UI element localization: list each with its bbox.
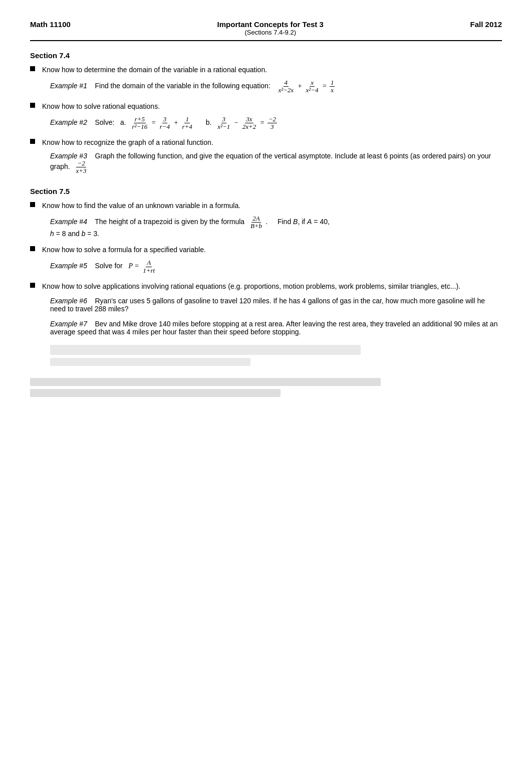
section-7-4-title: Section 7.4 xyxy=(30,51,502,60)
example-4: Example #4 The height of a trapezoid is … xyxy=(50,215,502,238)
bullet-icon xyxy=(30,139,35,144)
example-label: Example #4 xyxy=(50,218,87,226)
example-text: Find the domain of the variable in the f… xyxy=(95,82,271,90)
example-text: The height of a trapezoid is given by th… xyxy=(95,218,246,226)
section-7-5-title: Section 7.5 xyxy=(30,187,502,196)
example-label: Example #1 xyxy=(50,82,87,90)
example-6: Example #6 Ryan's car uses 5 gallons of … xyxy=(50,297,502,313)
example-label: Example #3 xyxy=(50,152,87,160)
example-text-2: . Find B, if A = 40, xyxy=(266,218,330,226)
math-expression-ex5: P = A 1+rt xyxy=(128,262,157,270)
bullet-icon xyxy=(30,202,35,207)
bullet-text: Know how to determine the domain of the … xyxy=(42,65,502,75)
bullet-icon xyxy=(30,66,35,71)
math-expression-b: 3 x²−1 − 3x 2x+2 = −2 3 xyxy=(215,119,278,126)
list-item: Know how to solve rational equations. xyxy=(30,101,502,112)
example-text-b: b. xyxy=(206,118,214,126)
bullet-text: Know how to solve rational equations. xyxy=(42,101,502,112)
bullet-icon xyxy=(30,283,35,288)
example-text: Ryan's car uses 5 gallons of gasoline to… xyxy=(50,297,485,313)
example-text: Solve: a. xyxy=(95,118,128,126)
example-3: Example #3 Graph the following function,… xyxy=(50,152,502,175)
obscured-content-2 xyxy=(50,358,250,366)
example-label: Example #6 xyxy=(50,297,87,305)
example-1: Example #1 Find the domain of the variab… xyxy=(50,79,502,94)
bullet-icon xyxy=(30,103,35,108)
example-label: Example #2 xyxy=(50,118,87,126)
obscured-block xyxy=(30,378,502,397)
list-item: Know how to find the value of an unknown… xyxy=(30,201,502,211)
example-text-3: h = 8 and b = 3. xyxy=(50,230,99,238)
math-expression-a: r+5 r²−16 = 3 r−4 + 1 r+4 xyxy=(130,119,196,126)
bullet-text: Know how to recognize the graph of a rat… xyxy=(42,137,502,148)
math-expression: 4 x²−2x + x x²−4 = 1 x xyxy=(276,82,336,90)
list-item: Know how to determine the domain of the … xyxy=(30,65,502,75)
list-item: Know how to solve applications involving… xyxy=(30,281,502,292)
list-item: Know how to solve a formula for a specif… xyxy=(30,245,502,255)
page-title: Important Concepts for Test 3 (Sections … xyxy=(217,20,324,36)
example-2: Example #2 Solve: a. r+5 r²−16 = 3 r−4 +… xyxy=(50,116,502,131)
example-5: Example #5 Solve for P = A 1+rt xyxy=(50,259,502,274)
example-text: Graph the following function, and give t… xyxy=(50,152,491,170)
list-item: Know how to recognize the graph of a rat… xyxy=(30,137,502,148)
bullet-icon xyxy=(30,246,35,251)
semester: Fall 2012 xyxy=(470,20,502,29)
example-text: Solve for xyxy=(95,262,127,270)
bullet-text: Know how to solve applications involving… xyxy=(42,281,502,292)
example-7: Example #7 Bev and Mike drove 140 miles … xyxy=(50,320,502,336)
example-label: Example #5 xyxy=(50,262,87,270)
example-label: Example #7 xyxy=(50,320,87,328)
page-header: Math 11100 Important Concepts for Test 3… xyxy=(30,20,502,41)
bullet-text: Know how to solve a formula for a specif… xyxy=(42,245,502,255)
example-text: Bev and Mike drove 140 miles before stop… xyxy=(50,320,497,336)
math-expression-ex4: 2A B+b xyxy=(248,218,266,226)
course-name: Math 11100 xyxy=(30,20,71,29)
obscured-content-1 xyxy=(50,345,361,355)
bullet-text: Know how to find the value of an unknown… xyxy=(42,201,502,211)
math-expression-ex3: −2 x+3 xyxy=(74,163,88,170)
